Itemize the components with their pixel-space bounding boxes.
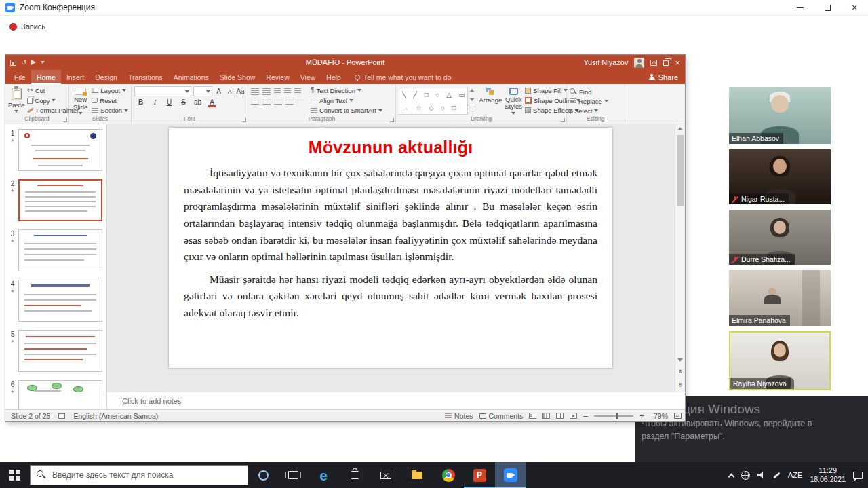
tab-help[interactable]: Help: [321, 70, 347, 84]
character-spacing-button[interactable]: ab: [193, 98, 202, 106]
font-size-combobox[interactable]: [193, 86, 212, 96]
zoom-percent[interactable]: 79%: [650, 412, 668, 420]
slide-thumbnail-1[interactable]: 1★: [7, 129, 102, 171]
customize-qat-icon[interactable]: [41, 61, 45, 64]
store-button[interactable]: [339, 462, 370, 488]
previous-slide-button[interactable]: «: [677, 367, 685, 376]
zoom-slider-thumb[interactable]: [616, 413, 618, 419]
font-name-combobox[interactable]: [134, 86, 191, 96]
align-right-icon[interactable]: [274, 98, 282, 105]
file-explorer-button[interactable]: [401, 462, 433, 488]
paste-button[interactable]: Paste: [8, 86, 24, 115]
comments-toggle-button[interactable]: Comments: [479, 412, 524, 420]
increase-indent-icon[interactable]: [284, 88, 291, 94]
tell-me-box[interactable]: Tell me what you want to do: [355, 70, 452, 84]
participant-tile-3[interactable]: Durre Shafiza...: [729, 210, 831, 265]
font-dialog-launcher[interactable]: [242, 118, 246, 122]
tab-design[interactable]: Design: [90, 70, 123, 84]
strikethrough-button[interactable]: S: [179, 98, 188, 106]
fit-slide-to-window-button[interactable]: [674, 413, 682, 419]
shapes-scroll[interactable]: [469, 86, 476, 115]
scroll-up-icon[interactable]: [677, 127, 683, 130]
mail-button[interactable]: [370, 462, 401, 488]
start-button[interactable]: [0, 462, 30, 488]
recording-indicator[interactable]: Запись: [9, 22, 45, 31]
zoom-button[interactable]: [495, 462, 526, 488]
scrollbar-thumb[interactable]: [677, 135, 684, 206]
shrink-font-button[interactable]: A: [225, 88, 234, 95]
slide-thumbnail-3[interactable]: 3★: [7, 229, 102, 271]
arrange-button[interactable]: Arrange: [479, 86, 502, 115]
clipboard-dialog-launcher[interactable]: [63, 118, 67, 122]
find-button[interactable]: Find: [570, 88, 608, 96]
layout-button[interactable]: Layout: [92, 86, 128, 95]
tab-insert[interactable]: Insert: [61, 70, 90, 84]
slide-canvas[interactable]: Mövzunun aktuallığı İqtisadiyyatın və te…: [169, 128, 612, 368]
vertical-scrollbar[interactable]: « »: [675, 124, 685, 392]
align-left-icon[interactable]: [251, 98, 259, 105]
numbering-icon[interactable]: [262, 88, 271, 95]
zoom-slider[interactable]: [594, 415, 633, 417]
tab-transitions[interactable]: Transitions: [123, 70, 168, 84]
replace-button[interactable]: Replace: [570, 97, 608, 105]
share-button[interactable]: Share: [649, 70, 678, 84]
zoom-in-button[interactable]: +: [639, 412, 644, 420]
slide-thumbnail-4[interactable]: 4★: [7, 280, 102, 322]
reset-button[interactable]: Reset: [92, 96, 128, 105]
participant-tile-4[interactable]: Elmira Panahova: [729, 270, 831, 326]
shapes-gallery[interactable]: ╲ ╱ □ ○ △ ▭ → ☆ ◇ ○ □: [399, 88, 468, 115]
font-color-button[interactable]: A: [208, 98, 216, 106]
tab-file[interactable]: File: [9, 70, 31, 84]
action-center-icon[interactable]: [853, 472, 863, 479]
task-view-button[interactable]: [278, 462, 308, 488]
tab-slide-show[interactable]: Slide Show: [214, 70, 261, 84]
zoom-out-button[interactable]: –: [583, 412, 588, 420]
columns-icon[interactable]: [297, 98, 304, 103]
scroll-down-icon[interactable]: [677, 358, 683, 362]
volume-icon[interactable]: [757, 472, 766, 479]
select-button[interactable]: Select: [570, 107, 608, 115]
notes-toggle-button[interactable]: Notes: [445, 412, 473, 420]
edge-button[interactable]: e: [308, 462, 339, 488]
language-indicator[interactable]: English (American Samoa): [73, 412, 158, 420]
close-button[interactable]: ×: [841, 0, 868, 15]
next-slide-button[interactable]: »: [677, 381, 685, 390]
new-slide-button[interactable]: New Slide: [72, 86, 89, 115]
slide-indicator[interactable]: Slide 2 of 25: [11, 412, 50, 420]
decrease-indent-icon[interactable]: [274, 88, 281, 94]
spellcheck-icon[interactable]: [58, 413, 65, 419]
change-case-button[interactable]: Aa: [236, 88, 245, 95]
keyboard-language-indicator[interactable]: AZE: [788, 471, 802, 479]
text-direction-button[interactable]: ¶Text Direction: [311, 86, 382, 95]
cortana-button[interactable]: [248, 462, 278, 488]
ribbon-display-options-icon[interactable]: [650, 60, 657, 66]
quick-styles-button[interactable]: Quick Styles: [505, 86, 522, 115]
reading-view-button[interactable]: [556, 413, 564, 419]
save-icon[interactable]: [10, 60, 16, 66]
start-slideshow-icon[interactable]: [31, 60, 36, 65]
slide-thumbnail-6[interactable]: 6★: [7, 380, 102, 409]
account-name[interactable]: Yusif Niyazov: [583, 58, 628, 67]
italic-button[interactable]: I: [151, 98, 159, 106]
paragraph-dialog-launcher[interactable]: [390, 118, 394, 122]
network-icon[interactable]: [741, 471, 750, 480]
tab-home[interactable]: Home: [31, 70, 61, 84]
line-spacing-icon[interactable]: [294, 88, 301, 94]
grow-font-button[interactable]: A: [214, 88, 223, 95]
search-input[interactable]: [30, 465, 248, 485]
chrome-button[interactable]: [433, 462, 464, 488]
align-center-icon[interactable]: [262, 98, 271, 105]
tab-review[interactable]: Review: [260, 70, 294, 84]
show-hidden-icons-button[interactable]: [728, 473, 735, 480]
clock[interactable]: 11:29 18.06.2021: [810, 466, 846, 485]
powerpoint-close-icon[interactable]: ×: [675, 58, 680, 67]
underline-button[interactable]: U: [165, 98, 174, 106]
normal-view-button[interactable]: [529, 413, 536, 419]
taskbar-search[interactable]: [30, 465, 248, 485]
slideshow-view-button[interactable]: [570, 413, 577, 419]
convert-to-smartart-button[interactable]: Convert to SmartArt: [311, 106, 382, 115]
section-button[interactable]: Section: [92, 106, 128, 115]
align-text-button[interactable]: Align Text: [311, 96, 382, 105]
bullets-icon[interactable]: [251, 88, 259, 95]
bold-button[interactable]: B: [136, 98, 145, 106]
